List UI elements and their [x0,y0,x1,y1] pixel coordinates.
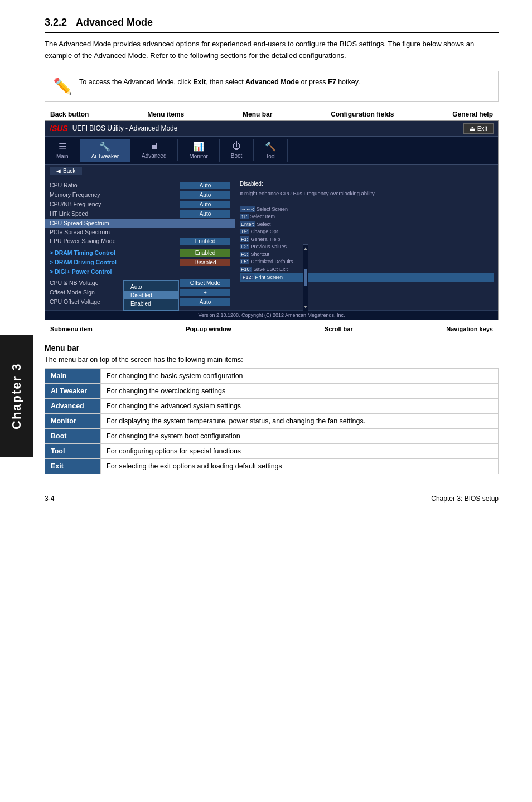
label-config-fields: Configuration fields [331,110,394,118]
label-scroll-bar: Scroll bar [325,326,353,332]
epu-power-value: Enabled [180,238,230,245]
bios-menu-aitweaker[interactable]: 🔧 Ai Tweaker [80,139,130,162]
menu-table-row: MonitorFor displaying the system tempera… [45,413,499,428]
bios-back-button[interactable]: ◀ Back [50,167,82,175]
bios-help-text: It might enhance CPU Bus Frequency overc… [240,189,494,197]
bios-menu-boot[interactable]: ⏻ Boot [220,139,254,161]
label-submenu-item: Submenu item [50,326,93,332]
menu-table-name: Main [45,368,101,383]
bios-title-text: UEFI BIOS Utility - Advanced Mode [72,124,463,132]
memory-freq-value: Auto [180,191,230,199]
bios-scrollbar[interactable]: ▲ ▼ [303,244,308,311]
menu-table-desc: For changing the basic system configurat… [101,368,499,383]
menu-table-desc: For changing the overclocking settings [101,383,499,398]
label-menu-items: Menu items [147,110,184,118]
section-number: 3.2.2 [45,17,67,28]
pcie-spread-label: PCIe Spread Spectrum [50,229,230,235]
back-arrow-icon: ◀ [56,168,61,174]
bios-nav-keys: →←-: Select Screen ↑↓: Select Item Enter… [240,202,494,282]
bios-row-ht-link[interactable]: HT Link Speed Auto [45,209,235,219]
nav-key-f10: F10: Save ESC: Exit [240,266,494,274]
bios-row-pcie-spread[interactable]: PCIe Spread Spectrum [45,228,235,236]
menu-table-desc: For changing the system boot configurati… [101,428,499,443]
menu-table-row: ExitFor selecting the exit options and l… [45,458,499,474]
label-menu-bar: Menu bar [243,110,272,118]
bios-left-panel: CPU Ratio Auto Memory Frequency Auto CPU… [45,177,235,310]
menu-table-name: Tool [45,443,101,458]
menu-boot-icon: ⏻ [232,141,241,151]
menu-table-row: Ai TweakerFor changing the overclocking … [45,383,499,398]
diagram-top-labels: Back button Menu items Menu bar Configur… [45,110,499,118]
bios-menu-tool[interactable]: 🔨 Tool [254,139,288,162]
bios-row-cpu-ratio[interactable]: CPU Ratio Auto [45,181,235,190]
label-general-help: General help [452,110,493,118]
label-navigation-keys: Navigation keys [446,326,493,332]
nav-key-item: ↑↓: Select Item [240,213,494,221]
nav-key-enter: Enter: Select [240,221,494,229]
menubar-subtitle: The menu bar on top of the screen has th… [45,356,499,364]
nav-key-change: +/-: Change Opt. [240,228,494,236]
bios-content: CPU Ratio Auto Memory Frequency Auto CPU… [45,177,498,310]
bios-version-bar: Version 2.10.1208. Copyright (C) 2012 Am… [45,310,498,320]
nav-key-f1: F1: General Help [240,236,494,244]
bios-row-cpu-spread[interactable]: CPU Spread Spectrum Auto Disabled Enable… [45,219,235,228]
bios-menubar: ☰ Main 🔧 Ai Tweaker 🖥 Advanced 📊 Monitor… [45,137,498,165]
popup-option-auto[interactable]: Auto [124,283,178,291]
bios-row-epu-power[interactable]: EPU Power Saving Mode Enabled [45,236,235,246]
bios-right-panel: Disabled: It might enhance CPU Bus Frequ… [235,177,498,310]
menu-main-icon: ☰ [59,141,66,152]
cpunb-freq-label: CPU/NB Frequency [50,201,180,207]
menu-table-name: Ai Tweaker [45,383,101,398]
bios-row-dram-timing[interactable]: > DRAM Timing Control Enabled [45,248,235,258]
menu-table-name: Boot [45,428,101,443]
bios-titlebar: /SUS UEFI BIOS Utility - Advanced Mode ⏏… [45,121,498,137]
dram-timing-label: > DRAM Timing Control [50,249,180,256]
menu-aitweaker-icon: 🔧 [99,141,110,152]
exit-icon: ⏏ [470,125,475,132]
section-description: The Advanced Mode provides advanced opti… [45,38,499,62]
dram-driving-label: > DRAM Driving Control [50,259,180,265]
popup-option-enabled[interactable]: Enabled [124,299,178,308]
menu-table-name: Advanced [45,398,101,413]
ht-link-label: HT Link Speed [50,210,180,217]
cpu-ratio-label: CPU Ratio [50,182,180,189]
bios-screenshot: /SUS UEFI BIOS Utility - Advanced Mode ⏏… [45,120,499,320]
nav-key-f2: F2: Previous Values [240,243,494,251]
label-back-button: Back button [50,110,89,118]
popup-option-disabled[interactable]: Disabled [124,291,178,299]
bios-menu-main[interactable]: ☰ Main [45,139,80,162]
ht-link-value: Auto [180,210,230,218]
bios-menu-advanced[interactable]: 🖥 Advanced [130,139,178,161]
nav-key-screen: →←-: Select Screen [240,206,494,214]
menu-table-name: Monitor [45,413,101,428]
note-text: To access the Advanced Mode, click Exit,… [79,77,360,88]
diagram-bottom-labels: Submenu item Pop-up window Scroll bar Na… [45,326,499,332]
chapter-sidebar: Chapter 3 [0,335,33,457]
section-heading: 3.2.2 Advanced Mode [45,17,499,33]
bios-row-dram-driving[interactable]: > DRAM Driving Control Disabled [45,258,235,267]
bios-menu-monitor[interactable]: 📊 Monitor [178,139,219,162]
nav-key-f3: F3: Shortcut [240,251,494,259]
cpu-offset-value: Auto [180,298,230,306]
dram-timing-value: Enabled [180,249,230,257]
bios-row-cpunb-freq[interactable]: CPU/NB Frequency Auto [45,200,235,209]
cpunb-freq-value: Auto [180,201,230,208]
bios-row-digi-power[interactable]: > DIGI+ Power Control [45,267,235,276]
scroll-thumb [304,269,307,286]
bios-logo: /SUS [50,124,68,133]
scroll-down-arrow: ▼ [303,305,308,310]
offset-sign-value: + [180,289,230,296]
footer-chapter: Chapter 3: BIOS setup [431,495,499,503]
menu-table-row: AdvancedFor changing the advanced system… [45,398,499,413]
bios-exit-button[interactable]: ⏏ Exit [463,123,494,134]
menubar-section: Menu bar The menu bar on top of the scre… [45,344,499,474]
bios-row-memory-freq[interactable]: Memory Frequency Auto [45,190,235,200]
section-title: Advanced Mode [76,17,153,28]
menu-table-desc: For displaying the system temperature, p… [101,413,499,428]
bios-help-title: Disabled: [240,181,494,187]
nav-key-f5: F5: Optimized Defaults [240,258,494,266]
nav-key-f12: F12: Print Screen [240,273,494,282]
cpu-nb-voltage-value: Offset Mode [180,279,230,287]
menu-table-row: MainFor changing the basic system config… [45,368,499,383]
menu-table-name: Exit [45,458,101,474]
